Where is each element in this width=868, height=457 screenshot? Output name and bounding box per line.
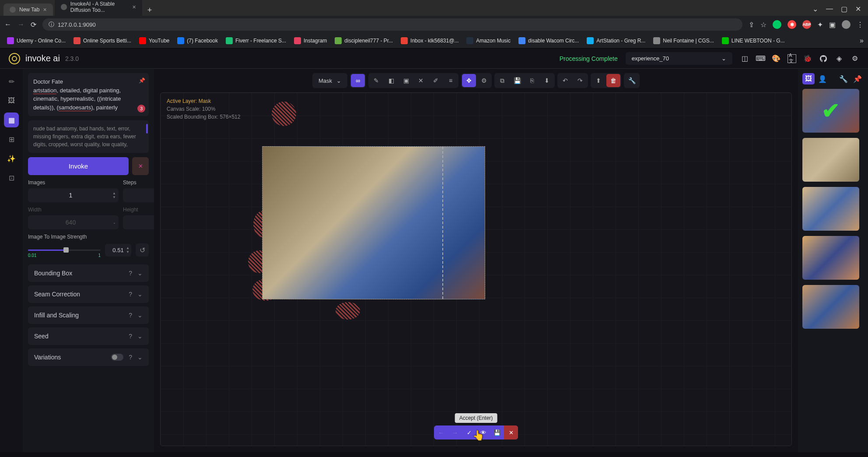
minimize-icon[interactable]: — — [826, 5, 833, 13]
rail-canvas[interactable]: ▦ — [4, 112, 19, 127]
tool-merge[interactable]: ⧉ — [495, 74, 509, 87]
bookmarks-more[interactable]: » — [860, 37, 864, 45]
show-button[interactable]: 👁 — [476, 425, 490, 439]
rail-postprocess[interactable]: ✨ — [4, 151, 19, 166]
model-selector[interactable]: experience_70⌄ — [626, 52, 732, 65]
tool-copy[interactable]: ⎘ — [525, 74, 539, 87]
bookmark-item[interactable]: YouTube — [136, 36, 172, 46]
settings-icon[interactable]: ⚙ — [850, 54, 859, 63]
gallery-settings[interactable]: 🔧 — [837, 73, 850, 84]
cancel-button[interactable]: ✕ — [132, 157, 149, 175]
reload-icon[interactable]: ⟳ — [31, 21, 36, 29]
tool-redo[interactable]: ↷ — [573, 74, 587, 87]
gallery-thumbnail[interactable] — [802, 285, 859, 329]
toggle-switch[interactable] — [111, 354, 123, 361]
ext-icon-abp[interactable]: ABP — [802, 20, 811, 29]
tool-clear[interactable]: ✕ — [414, 74, 428, 87]
bookmark-item[interactable]: (7) Facebook — [175, 36, 220, 46]
generated-image[interactable] — [262, 146, 485, 299]
canvas-viewport[interactable]: Active Layer: Mask Canvas Scale: 100% Sc… — [160, 92, 792, 446]
browser-tab-1[interactable]: New Tab× — [4, 4, 53, 16]
gallery-tab-images[interactable]: 🖼 — [802, 73, 815, 84]
back-icon[interactable]: ← — [4, 21, 11, 28]
accordion-bounding-box[interactable]: Bounding Box?⌄ — [28, 264, 149, 282]
help-icon[interactable]: ? — [129, 270, 132, 277]
close-window-icon[interactable]: ✕ — [855, 5, 861, 13]
scrollbar-thumb[interactable] — [146, 124, 148, 134]
new-tab-button[interactable]: + — [144, 5, 156, 16]
tool-fill[interactable]: ▣ — [399, 74, 413, 87]
next-button[interactable]: → — [448, 425, 462, 439]
rail-img2img[interactable]: 🖼 — [4, 93, 19, 108]
bookmark-item[interactable]: discipleneil777 - Pr... — [332, 36, 396, 46]
close-icon[interactable]: × — [132, 4, 136, 11]
tool-more[interactable]: 🔧 — [625, 74, 639, 87]
accordion-infill-and-scaling[interactable]: Infill and Scaling?⌄ — [28, 306, 149, 324]
ext-icon-2[interactable]: ✱ — [788, 20, 796, 29]
menu-icon[interactable]: ⋮ — [857, 21, 864, 29]
tool-undo[interactable]: ↶ — [558, 74, 572, 87]
rail-training[interactable]: ⊡ — [4, 170, 19, 185]
language-icon[interactable]: A文 — [788, 54, 796, 63]
bug-icon[interactable]: 🐞 — [803, 54, 812, 63]
tool-delete[interactable]: 🗑 — [606, 74, 620, 87]
invoke-button[interactable]: Invoke — [28, 157, 129, 175]
bookmark-item[interactable]: Neil Fontaine | CGS... — [651, 36, 717, 46]
bookmark-item[interactable]: Inbox - klk56831@... — [398, 36, 461, 46]
reset-i2i-button[interactable]: ↺ — [136, 243, 149, 257]
bookmark-item[interactable]: Instagram — [291, 36, 329, 46]
tool-move[interactable]: ✥ — [462, 74, 476, 87]
prev-button[interactable]: ← — [434, 425, 448, 439]
accordion-variations[interactable]: Variations?⌄ — [28, 348, 149, 366]
forward-icon[interactable]: → — [18, 21, 24, 28]
bookmark-item[interactable]: Online Sports Betti... — [71, 36, 134, 46]
save-staged-button[interactable]: 💾 — [490, 425, 504, 439]
mask-layer-select[interactable]: Mask⌄ — [312, 73, 347, 88]
gallery-thumbnail[interactable] — [802, 138, 859, 182]
bbox-edge[interactable] — [442, 147, 443, 299]
bookmark-item[interactable]: Fiverr - Freelance S... — [223, 36, 289, 46]
negative-prompt-input[interactable]: nude bad anatomy, bad hands, text, error… — [28, 120, 149, 153]
tool-settings[interactable]: ⚙ — [477, 74, 491, 87]
discord-icon[interactable]: ◈ — [835, 54, 844, 63]
help-icon[interactable]: ? — [129, 312, 132, 319]
maximize-icon[interactable]: ▢ — [841, 5, 847, 13]
gallery-tab-user[interactable]: 👤 — [816, 73, 829, 84]
tool-lines[interactable]: ≡ — [444, 74, 458, 87]
bookmark-item[interactable]: Amazon Music — [464, 36, 513, 46]
help-icon[interactable]: ? — [129, 354, 132, 361]
prompt-input[interactable]: 📌 Doctor Fate artstation, detailed, digi… — [28, 73, 149, 116]
cube-icon[interactable]: ◫ — [740, 54, 749, 63]
close-icon[interactable]: × — [43, 6, 46, 13]
bookmark-item[interactable]: LINE WEBTOON - G... — [719, 36, 788, 46]
github-icon[interactable] — [819, 54, 828, 63]
images-input[interactable] — [28, 188, 119, 202]
url-input[interactable]: ⓘ 127.0.0.1:9090 — [42, 18, 742, 31]
share-icon[interactable]: ⇪ — [749, 21, 754, 29]
tool-upload[interactable]: ⬆ — [592, 74, 606, 87]
profile-icon[interactable] — [842, 20, 850, 29]
bookmark-item[interactable]: Udemy - Online Co... — [4, 36, 68, 46]
ext-icon-1[interactable] — [773, 20, 781, 29]
rail-nodes[interactable]: ⊞ — [4, 132, 19, 147]
extensions-icon[interactable]: ✦ — [817, 21, 823, 29]
gallery-thumbnail[interactable] — [802, 89, 859, 133]
palette-icon[interactable]: 🎨 — [772, 54, 780, 63]
tool-eraser[interactable]: ◧ — [384, 74, 398, 87]
tool-save[interactable]: 💾 — [510, 74, 524, 87]
chevron-down-icon[interactable]: ⌄ — [812, 5, 818, 13]
tool-colorpicker[interactable]: ✐ — [429, 74, 443, 87]
bookmark-item[interactable]: ArtStation - Greg R... — [584, 36, 648, 46]
help-icon[interactable]: ? — [129, 333, 132, 340]
help-icon[interactable]: ? — [129, 291, 132, 298]
tool-brush[interactable]: ✎ — [369, 74, 383, 87]
accept-button[interactable]: ✓ — [462, 425, 476, 439]
gallery-thumbnail[interactable] — [802, 187, 859, 231]
rail-txt2img[interactable]: ✏ — [4, 74, 19, 89]
pin-icon[interactable]: 📌 — [139, 77, 145, 84]
gallery-thumbnail[interactable] — [802, 236, 859, 280]
i2i-slider[interactable]: 0.011 — [28, 245, 101, 255]
bookmark-item[interactable]: disable Wacom Circ... — [516, 36, 581, 46]
star-icon[interactable]: ☆ — [760, 21, 766, 29]
sidepanel-icon[interactable]: ▣ — [829, 21, 836, 29]
